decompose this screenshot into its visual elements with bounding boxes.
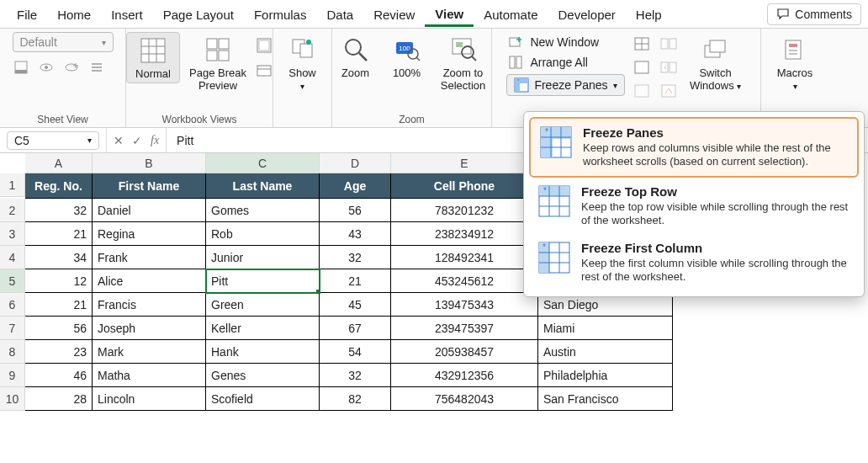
row-header[interactable]: 3 — [0, 222, 25, 246]
cell[interactable]: Genes — [206, 364, 320, 387]
cell[interactable]: Junior — [206, 246, 320, 269]
cell[interactable]: Scofield — [206, 387, 320, 411]
column-header-E[interactable]: E — [391, 153, 538, 173]
cell[interactable]: 54 — [320, 340, 391, 364]
freeze-first-column-option[interactable]: * Freeze First Column Keep the first col… — [529, 234, 859, 291]
cell[interactable]: 21 — [25, 293, 93, 317]
cell[interactable]: Austin — [538, 340, 673, 364]
cell[interactable]: 32 — [25, 199, 93, 222]
split-icon[interactable] — [633, 35, 650, 52]
cell[interactable]: Daniel — [93, 199, 206, 222]
tab-automate[interactable]: Automate — [474, 3, 548, 25]
cell[interactable]: 28 — [25, 387, 93, 411]
cell[interactable]: 238234912 — [391, 222, 538, 246]
tab-page-layout[interactable]: Page Layout — [153, 3, 244, 25]
enter-icon[interactable]: ✓ — [132, 134, 142, 147]
cell[interactable]: Rob — [206, 222, 320, 246]
cell[interactable]: 23 — [25, 340, 93, 364]
cell[interactable]: 82 — [320, 387, 391, 411]
switch-windows-button[interactable]: Switch Windows ▾ — [685, 32, 746, 94]
row-header[interactable]: 9 — [0, 364, 25, 387]
zoom-selection-button[interactable]: Zoom to Selection — [435, 32, 492, 94]
arrange-all-button[interactable]: Arrange All — [506, 54, 624, 71]
zoom-100-button[interactable]: 100 100% — [386, 32, 428, 82]
cell[interactable]: 32 — [320, 364, 391, 387]
row-header[interactable]: 7 — [0, 317, 25, 340]
cell[interactable]: Joseph — [93, 317, 206, 340]
cell[interactable]: Last Name — [206, 173, 320, 199]
cell[interactable]: 56 — [320, 199, 391, 222]
new-icon[interactable] — [63, 59, 80, 76]
cell[interactable]: 432912356 — [391, 364, 538, 387]
cell[interactable]: Regina — [93, 222, 206, 246]
cell[interactable]: Lincoln — [93, 387, 206, 411]
cell[interactable]: 783201232 — [391, 199, 538, 222]
cell[interactable]: 139475343 — [391, 293, 538, 317]
unhide-icon[interactable] — [633, 82, 650, 99]
tab-formulas[interactable]: Formulas — [244, 3, 317, 25]
macros-button[interactable]: Macros▾ — [768, 32, 822, 94]
cell[interactable]: 45 — [320, 293, 391, 317]
row-header[interactable]: 5 — [0, 269, 25, 293]
cell[interactable]: Age — [320, 173, 391, 199]
cell[interactable]: Cell Phone — [391, 173, 538, 199]
new-window-button[interactable]: New Window — [506, 34, 624, 51]
reset-pos-icon[interactable] — [660, 82, 677, 99]
cell[interactable]: 67 — [320, 317, 391, 340]
cell[interactable]: 21 — [320, 269, 391, 293]
cell[interactable]: 12 — [25, 269, 93, 293]
keep-icon[interactable] — [13, 59, 29, 76]
cell[interactable]: Mark — [93, 340, 206, 364]
tab-data[interactable]: Data — [316, 3, 363, 25]
row-header[interactable]: 4 — [0, 246, 25, 269]
cell[interactable]: 453245612 — [391, 269, 538, 293]
cell[interactable]: San Francisco — [538, 387, 673, 411]
cell[interactable]: Gomes — [206, 199, 320, 222]
normal-view-button[interactable]: Normal — [126, 32, 180, 83]
cell[interactable]: First Name — [93, 173, 206, 199]
page-layout-icon[interactable] — [256, 37, 273, 54]
cell[interactable]: 56 — [25, 317, 93, 340]
cell[interactable]: 34 — [25, 246, 93, 269]
cell[interactable]: Keller — [206, 317, 320, 340]
cell[interactable]: Hank — [206, 340, 320, 364]
cell[interactable]: 21 — [25, 222, 93, 246]
tab-insert[interactable]: Insert — [101, 3, 153, 25]
tab-view[interactable]: View — [425, 2, 474, 27]
freeze-top-row-option[interactable]: * Freeze Top Row Keep the top row visibl… — [529, 178, 859, 235]
tab-home[interactable]: Home — [47, 3, 101, 25]
row-header[interactable]: 2 — [0, 199, 25, 222]
hide-icon[interactable] — [633, 59, 650, 76]
sync-scroll-icon[interactable] — [660, 59, 677, 76]
show-dropdown[interactable]: Show▾ — [276, 32, 330, 94]
comments-button[interactable]: Comments — [767, 3, 861, 25]
column-header-A[interactable]: A — [25, 153, 93, 173]
freeze-panes-button[interactable]: * Freeze Panes ▾ — [506, 74, 624, 96]
options-icon[interactable] — [88, 59, 105, 76]
name-box[interactable]: C5 ▾ — [7, 131, 99, 150]
cell[interactable]: 43 — [320, 222, 391, 246]
row-header[interactable]: 10 — [0, 387, 25, 411]
cell[interactable]: 128492341 — [391, 246, 538, 269]
exit-icon[interactable] — [38, 59, 55, 76]
cell[interactable]: Matha — [93, 364, 206, 387]
row-header[interactable]: 6 — [0, 293, 25, 317]
cell[interactable]: Philadelphia — [538, 364, 673, 387]
column-header-D[interactable]: D — [320, 153, 391, 173]
cell[interactable]: Miami — [538, 317, 673, 340]
row-header[interactable]: 8 — [0, 340, 25, 364]
cell[interactable]: Francis — [93, 293, 206, 317]
cell[interactable]: Reg. No. — [25, 173, 93, 199]
column-header-B[interactable]: B — [93, 153, 206, 173]
cell[interactable]: Alice — [93, 269, 206, 293]
cell[interactable]: 205938457 — [391, 340, 538, 364]
tab-help[interactable]: Help — [626, 3, 672, 25]
cell[interactable]: 32 — [320, 246, 391, 269]
side-by-side-icon[interactable] — [660, 35, 677, 52]
cancel-icon[interactable]: ✕ — [114, 134, 124, 147]
custom-views-icon[interactable] — [256, 62, 273, 79]
zoom-button[interactable]: Zoom — [332, 32, 379, 82]
column-header-C[interactable]: C — [206, 153, 320, 173]
page-break-button[interactable]: Page Break Preview — [187, 32, 249, 94]
freeze-panes-option[interactable]: * Freeze Panes Keep rows and columns vis… — [529, 117, 859, 178]
